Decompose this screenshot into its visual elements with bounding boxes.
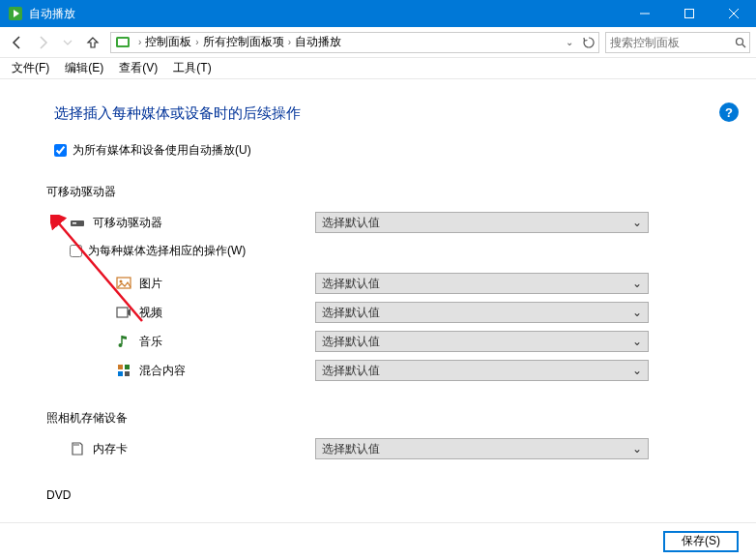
svg-rect-3 [118,39,128,45]
chevron-down-icon: ⌄ [632,277,642,290]
svg-rect-6 [73,222,76,224]
each-media-input[interactable] [70,245,82,257]
up-button[interactable] [81,31,104,54]
search-box[interactable] [605,32,750,53]
control-panel-icon [115,35,131,50]
videos-select[interactable]: 选择默认值⌄ [315,302,649,323]
breadcrumb-item[interactable]: 自动播放 [295,34,341,50]
svg-rect-12 [125,365,130,369]
memory-card-icon [70,441,85,456]
address-bar[interactable]: › 控制面板 › 所有控制面板项 › 自动播放 ⌄ [110,32,599,53]
videos-label: 视频 [139,305,315,321]
mixed-icon [116,363,131,378]
history-dropdown[interactable] [56,31,79,54]
camera-section-title: 照相机存储设备 [46,410,735,427]
address-dropdown[interactable]: ⌄ [560,33,579,52]
videos-icon [116,305,131,320]
breadcrumb-item[interactable]: 控制面板 [145,34,191,50]
search-input[interactable] [606,36,733,49]
memory-card-select[interactable]: 选择默认值⌄ [315,438,649,459]
svg-rect-13 [118,371,123,376]
chevron-down-icon: ⌄ [632,216,642,229]
music-label: 音乐 [139,334,315,350]
chevron-down-icon: ⌄ [632,442,642,456]
chevron-right-icon: › [288,37,291,47]
chevron-right-icon: › [195,37,198,47]
chevron-right-icon: › [138,37,141,47]
play-app-icon [8,6,23,21]
enable-autoplay-input[interactable] [54,144,67,157]
chevron-down-icon: ⌄ [632,364,642,377]
removable-drive-label: 可移动驱动器 [93,215,315,231]
back-button[interactable] [6,31,29,54]
menu-tools[interactable]: 工具(T) [165,58,218,78]
maximize-button[interactable] [667,0,712,27]
help-button[interactable]: ? [719,103,739,122]
pictures-select[interactable]: 选择默认值⌄ [315,273,649,294]
mixed-select[interactable]: 选择默认值⌄ [315,360,649,381]
pictures-icon [116,276,131,291]
window-title: 自动播放 [29,6,623,22]
each-media-label: 为每种媒体选择相应的操作(W) [88,243,246,259]
each-media-checkbox[interactable]: 为每种媒体选择相应的操作(W) [70,243,735,259]
menu-file[interactable]: 文件(F) [4,58,57,78]
mixed-label: 混合内容 [139,363,315,379]
svg-rect-11 [118,365,123,369]
refresh-button[interactable] [579,33,598,52]
search-icon[interactable] [733,37,750,48]
svg-point-4 [737,38,743,44]
breadcrumb-item[interactable]: 所有控制面板项 [203,34,284,50]
dvd-section-title: DVD [46,488,735,502]
pictures-label: 图片 [139,276,315,292]
drive-icon [70,215,85,230]
svg-rect-14 [125,371,130,376]
svg-point-8 [120,280,123,283]
removable-section-title: 可移动驱动器 [46,184,735,200]
menu-view[interactable]: 查看(V) [111,58,165,78]
chevron-down-icon: ⌄ [632,306,642,319]
save-button[interactable]: 保存(S) [663,531,739,552]
close-button[interactable] [712,0,756,27]
svg-rect-1 [685,10,694,18]
svg-point-10 [119,343,123,347]
music-select[interactable]: 选择默认值⌄ [315,331,649,352]
removable-drive-select[interactable]: 选择默认值 ⌄ [315,212,649,233]
enable-autoplay-checkbox[interactable]: 为所有媒体和设备使用自动播放(U) [54,142,735,159]
chevron-down-icon: ⌄ [632,335,642,348]
enable-autoplay-label: 为所有媒体和设备使用自动播放(U) [73,142,251,159]
forward-button[interactable] [31,31,54,54]
svg-rect-9 [117,308,128,317]
page-heading: 选择插入每种媒体或设备时的后续操作 [54,104,735,123]
memory-card-label: 内存卡 [93,441,315,457]
minimize-button[interactable] [623,0,667,27]
menu-edit[interactable]: 编辑(E) [57,58,111,78]
music-icon [116,334,131,349]
